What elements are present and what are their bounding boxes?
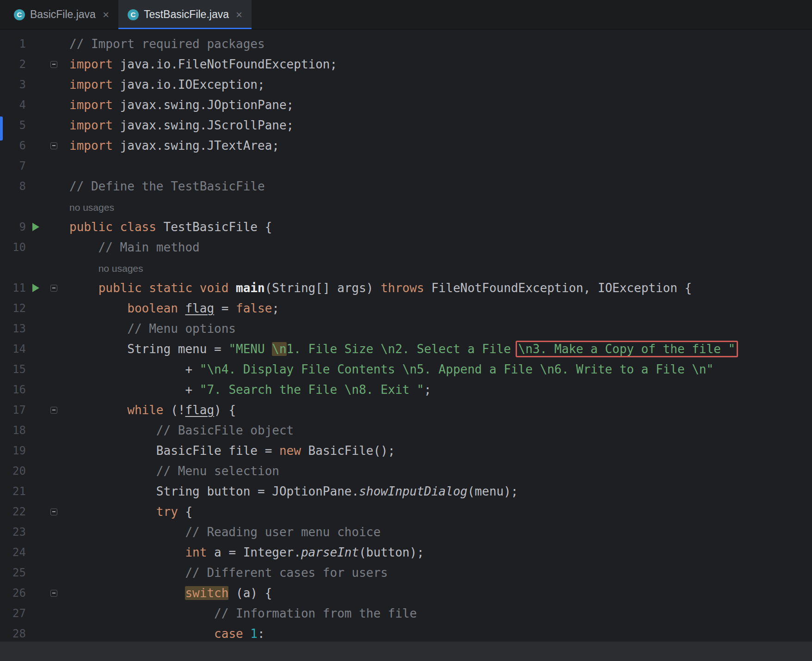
code-token [69, 545, 185, 559]
gutter: 9 [0, 217, 69, 237]
code-token: public class [69, 220, 156, 234]
run-gutter-column [26, 603, 45, 624]
fold-gutter-column [45, 237, 62, 257]
code-line: 5import javax.swing.JScrollPane; [0, 115, 812, 135]
fold-gutter-column [45, 115, 62, 135]
code-token: String menu = [69, 342, 228, 356]
run-gutter-column [26, 278, 45, 298]
line-number: 5 [0, 115, 26, 135]
code-text [69, 156, 812, 176]
code-token: 1. File Size \n2. Select a File [287, 342, 518, 356]
line-number: 16 [0, 379, 26, 400]
gutter: 5 [0, 115, 69, 135]
code-token: showInputDialog [359, 484, 468, 498]
fold-gutter-column [45, 196, 62, 217]
code-text: no usages [69, 257, 812, 278]
code-token: // BasicFile object [69, 423, 294, 437]
code-token: int [185, 545, 207, 559]
line-number: 22 [0, 502, 26, 522]
run-gutter-column [26, 481, 45, 502]
code-text: + "\n4. Display File Contents \n5. Appen… [69, 359, 812, 379]
close-tab-icon[interactable]: × [103, 9, 109, 20]
run-gutter-column [26, 441, 45, 461]
code-token: flag [185, 403, 214, 417]
run-gutter-column [26, 563, 45, 583]
run-gutter-column [26, 624, 45, 644]
run-gutter-column [26, 502, 45, 522]
code-text: while (!flag) { [69, 400, 812, 420]
code-token: ) { [214, 403, 236, 417]
gutter: 21 [0, 481, 69, 502]
code-text: import java.io.IOException; [69, 74, 812, 95]
run-gutter-column [26, 115, 45, 135]
java-class-icon: C [128, 9, 139, 20]
line-number: 17 [0, 400, 26, 420]
fold-gutter-column [45, 156, 62, 176]
ide-window: C BasicFile.java × C TestBasicFile.java … [0, 0, 812, 661]
run-gutter-column [26, 379, 45, 400]
code-line: 1// Import required packages [0, 34, 812, 54]
close-tab-icon[interactable]: × [236, 9, 242, 20]
fold-gutter-column [45, 400, 62, 420]
run-gutter-column [26, 318, 45, 339]
inlay-hint-line: no usages [0, 196, 812, 217]
code-token: case [214, 627, 250, 641]
code-token [69, 281, 98, 295]
code-token: // Information from the file [69, 606, 417, 620]
tab-testbasicfile[interactable]: C TestBasicFile.java × [118, 0, 252, 29]
code-token: (menu); [468, 484, 518, 498]
fold-gutter-column [45, 278, 62, 298]
fold-marker-icon[interactable] [50, 285, 57, 292]
run-gutter-column [26, 176, 45, 196]
bottom-bar [0, 642, 812, 661]
tab-label-basicfile: BasicFile.java [30, 8, 96, 21]
code-line: 16 + "7. Search the File \n8. Exit "; [0, 379, 812, 400]
run-icon[interactable] [32, 284, 39, 292]
code-token: { [178, 505, 192, 519]
run-gutter-column [26, 359, 45, 379]
code-token: try [156, 505, 178, 519]
code-line: 23 // Reading user menu choice [0, 522, 812, 542]
line-number: 12 [0, 298, 26, 318]
run-gutter-column [26, 257, 45, 278]
code-token: while [127, 403, 163, 417]
run-gutter-column [26, 461, 45, 481]
gutter [0, 196, 69, 217]
code-line: 2import java.io.FileNotFoundException; [0, 54, 812, 74]
tab-basicfile[interactable]: C BasicFile.java × [5, 0, 118, 29]
code-editor[interactable]: 1// Import required packages2import java… [0, 30, 812, 661]
code-token [228, 281, 236, 295]
fold-gutter-column [45, 461, 62, 481]
editor-tab-bar: C BasicFile.java × C TestBasicFile.java … [0, 0, 812, 30]
run-gutter-column [26, 583, 45, 603]
code-token: (String[] args) [265, 281, 381, 295]
fold-marker-icon[interactable] [50, 590, 57, 597]
gutter: 24 [0, 542, 69, 563]
line-number: 3 [0, 74, 26, 95]
code-token: // Import required packages [69, 37, 265, 51]
code-line: 12 boolean flag = false; [0, 298, 812, 318]
fold-marker-icon[interactable] [50, 508, 57, 515]
fold-gutter-column [45, 583, 62, 603]
code-token: main [236, 281, 265, 295]
code-token: = [214, 301, 236, 315]
fold-gutter-column [45, 563, 62, 583]
code-line: 7 [0, 156, 812, 176]
code-token: (! [164, 403, 185, 417]
inlay-hint-text: no usages [98, 263, 143, 274]
code-token: public static void [98, 281, 229, 295]
gutter: 7 [0, 156, 69, 176]
code-text: import javax.swing.JScrollPane; [69, 115, 812, 135]
code-token: // Main method [69, 240, 200, 254]
code-token: BasicFile(); [301, 444, 395, 458]
run-icon[interactable] [32, 223, 39, 231]
line-number: 6 [0, 135, 26, 156]
fold-marker-icon[interactable] [50, 61, 57, 68]
fold-marker-icon[interactable] [50, 407, 57, 414]
gutter: 3 [0, 74, 69, 95]
fold-gutter-column [45, 603, 62, 624]
code-line: 17 while (!flag) { [0, 400, 812, 420]
fold-gutter-column [45, 34, 62, 54]
fold-marker-icon[interactable] [50, 142, 57, 149]
code-line: 3import java.io.IOException; [0, 74, 812, 95]
